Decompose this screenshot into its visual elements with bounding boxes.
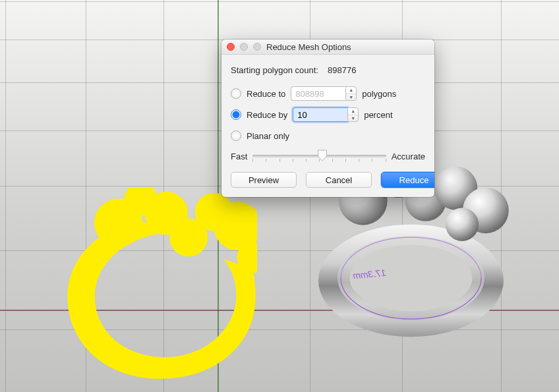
selected-mesh-silhouette (63, 188, 257, 379)
reduce-by-label: Reduce by (247, 110, 287, 120)
preview-button[interactable]: Preview (231, 172, 297, 188)
zoom-icon[interactable] (253, 43, 261, 51)
planar-only-label: Planar only (247, 131, 289, 141)
reduce-to-radio[interactable] (231, 88, 241, 99)
reduce-button[interactable]: Reduce (381, 172, 434, 188)
slider-fast-label: Fast (231, 152, 247, 161)
reduce-to-unit: polygons (362, 89, 396, 99)
chevron-down-icon[interactable]: ▼ (348, 115, 358, 122)
reduce-mesh-dialog: Reduce Mesh Options Starting polygon cou… (221, 40, 434, 197)
chevron-up-icon[interactable]: ▲ (348, 108, 358, 115)
viewport-3d[interactable]: 17.3mm Reduce Mesh Options Starting poly… (0, 0, 559, 392)
reduce-by-unit: percent (364, 110, 392, 120)
dialog-titlebar[interactable]: Reduce Mesh Options (221, 40, 434, 55)
chevron-up-icon[interactable]: ▲ (346, 87, 356, 94)
reduce-to-input[interactable] (291, 86, 345, 101)
close-icon[interactable] (227, 43, 235, 51)
planar-only-radio[interactable] (231, 130, 241, 141)
accuracy-slider[interactable] (252, 150, 386, 163)
reduce-by-input[interactable] (293, 107, 347, 122)
chevron-down-icon[interactable]: ▼ (346, 94, 356, 101)
reduce-to-stepper[interactable]: ▲ ▼ (345, 86, 357, 101)
dialog-title: Reduce Mesh Options (266, 42, 429, 52)
minimize-icon[interactable] (240, 43, 248, 51)
slider-accurate-label: Accurate (392, 152, 425, 161)
reduce-by-radio[interactable] (231, 109, 241, 120)
cancel-button[interactable]: Cancel (306, 172, 372, 188)
svg-point-16 (446, 208, 479, 241)
starting-polygon-count-value: 898776 (328, 65, 356, 75)
slider-thumb[interactable] (317, 150, 327, 161)
starting-polygon-count-label: Starting polygon count: (231, 65, 318, 75)
reduce-to-label: Reduce to (247, 89, 285, 99)
reduce-by-stepper[interactable]: ▲ ▼ (347, 107, 359, 122)
